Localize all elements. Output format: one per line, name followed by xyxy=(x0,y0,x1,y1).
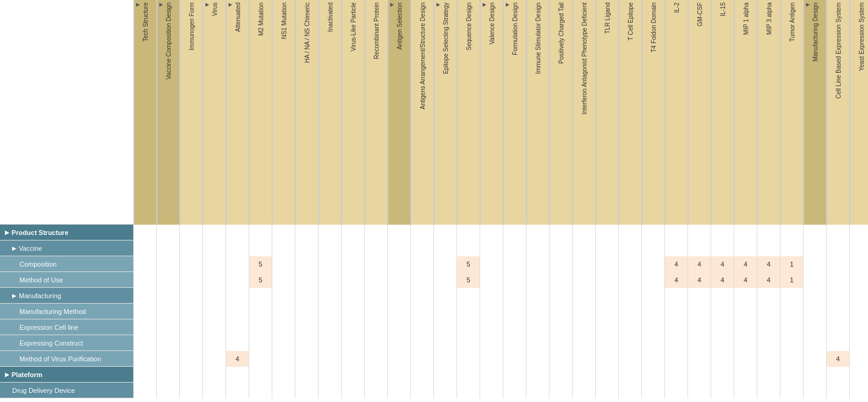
col-arrow-valence_design[interactable]: ▶ xyxy=(483,2,486,7)
row-header-product_structure[interactable]: ▶Product Structure xyxy=(0,225,134,240)
col-arrow-tech_structure[interactable]: ▶ xyxy=(136,2,140,7)
col-header-immune_stimulator: Immune Stimulator Design xyxy=(526,0,549,225)
col-arrow-manufacturing_design[interactable]: ▶ xyxy=(806,2,810,7)
col-header-tlr_ligand: TLR Ligand xyxy=(596,0,619,225)
cell-expression_cell_line-ns1_mutation xyxy=(272,319,295,335)
cell-composition-mip1_alpha: 4 xyxy=(734,256,757,272)
cell-vaccine-virus xyxy=(203,240,226,256)
col-header-text-attenuated: Attenuated xyxy=(235,2,241,34)
cell-product_structure-inactivated xyxy=(319,225,342,240)
col-header-text-manufacturing_design: Manufacturing Design xyxy=(812,2,819,64)
cell-method_virus_purification-vaccine_composition xyxy=(157,351,180,367)
data-row-manufacturing xyxy=(134,288,868,304)
cell-vaccine-yeast_expression xyxy=(850,240,868,256)
cell-expression_cell_line-mip1_alpha xyxy=(734,319,757,335)
row-header-vaccine[interactable]: ▶Vaccine xyxy=(0,240,134,256)
cell-plateform-antigens_arrangement xyxy=(411,367,434,383)
cell-method_virus_purification-formulation_design xyxy=(503,351,526,367)
cell-method_of_use-inactivated xyxy=(319,272,342,288)
cell-manufacturing-m2_mutation xyxy=(249,288,272,304)
cell-vaccine-attenuated xyxy=(226,240,249,256)
cell-method_virus_purification-epitope_selecting xyxy=(434,351,457,367)
col-arrow-epitope_selecting[interactable]: ▶ xyxy=(436,2,440,7)
col-header-vaccine_composition: ▶Vaccine Composition Design xyxy=(157,0,180,225)
cell-expression_cell_line-cell_line xyxy=(827,319,850,335)
cell-expression_cell_line-ha_na_ns xyxy=(295,319,319,335)
cell-method_virus_purification-immunogen_form xyxy=(180,351,203,367)
row-label-vaccine: Vaccine xyxy=(19,245,42,252)
cell-expression_cell_line-t4_foldon xyxy=(642,319,665,335)
cell-manufacturing-mip1_alpha xyxy=(734,288,757,304)
data-row-method_of_use: 55444441 xyxy=(134,272,868,288)
cell-product_structure-t4_foldon xyxy=(642,225,665,240)
cell-vaccine-ha_na_ns xyxy=(295,240,319,256)
cell-drug_delivery-positively_charged xyxy=(549,383,573,398)
row-header-composition: Composition xyxy=(0,256,134,272)
cell-product_structure-il2 xyxy=(665,225,688,240)
row-arrow-product_structure[interactable]: ▶ xyxy=(5,230,9,236)
cell-expression_cell_line-yeast_expression xyxy=(850,319,868,335)
cell-expression_cell_line-vlp xyxy=(342,319,365,335)
cell-method_of_use-il15: 4 xyxy=(711,272,734,288)
cell-manufacturing_method-il15 xyxy=(711,304,734,319)
cell-vaccine-antigens_arrangement xyxy=(411,240,434,256)
col-arrow-vaccine_composition[interactable]: ▶ xyxy=(159,2,163,7)
cell-manufacturing_method-ns1_mutation xyxy=(272,304,295,319)
cell-expression_cell_line-positively_charged xyxy=(549,319,573,335)
cell-plateform-inactivated xyxy=(319,367,342,383)
col-header-il15: IL-15 xyxy=(711,0,734,225)
cell-composition-manufacturing_design xyxy=(804,256,827,272)
cell-expressing_construct-tech_structure xyxy=(134,335,157,351)
row-header-drug_delivery[interactable]: Drug Delivery Device xyxy=(0,383,134,398)
data-rows-container: 554444415544444144 xyxy=(134,225,868,398)
row-label-plateform: Plateform xyxy=(12,371,43,378)
cell-plateform-formulation_design xyxy=(503,367,526,383)
cell-method_virus_purification-antigen_selection xyxy=(388,351,411,367)
cell-manufacturing-interferon_antagonist xyxy=(573,288,596,304)
cell-expression_cell_line-interferon_antagonist xyxy=(573,319,596,335)
cell-composition-antigen_selection xyxy=(388,256,411,272)
cell-method_virus_purification-il15 xyxy=(711,351,734,367)
cell-plateform-t_cell_epitope xyxy=(619,367,642,383)
cell-composition-mip3_alpha: 4 xyxy=(757,256,780,272)
col-header-text-ns1_mutation: NS1 Mutation xyxy=(281,2,288,42)
cell-expression_cell_line-epitope_selecting xyxy=(434,319,457,335)
col-arrow-attenuated[interactable]: ▶ xyxy=(229,2,232,7)
cell-drug_delivery-ha_na_ns xyxy=(295,383,319,398)
cell-method_virus_purification-interferon_antagonist xyxy=(573,351,596,367)
col-arrow-antigen_selection[interactable]: ▶ xyxy=(390,2,394,7)
cell-product_structure-immune_stimulator xyxy=(526,225,549,240)
cell-drug_delivery-tech_structure xyxy=(134,383,157,398)
row-header-manufacturing[interactable]: ▶Manufacturing xyxy=(0,288,134,304)
cell-manufacturing-gm_csf xyxy=(688,288,711,304)
cell-manufacturing-cell_line xyxy=(827,288,850,304)
cell-expressing_construct-epitope_selecting xyxy=(434,335,457,351)
cell-method_of_use-vaccine_composition xyxy=(157,272,180,288)
cell-expressing_construct-ha_na_ns xyxy=(295,335,319,351)
cell-composition-t_cell_epitope xyxy=(619,256,642,272)
col-arrow-formulation_design[interactable]: ▶ xyxy=(506,2,509,7)
cell-vaccine-gm_csf xyxy=(688,240,711,256)
cell-method_virus_purification-virus xyxy=(203,351,226,367)
col-arrow-virus[interactable]: ▶ xyxy=(205,2,209,7)
col-header-text-sequence_design: Sequence Design xyxy=(466,2,472,53)
cell-product_structure-formulation_design xyxy=(503,225,526,240)
cell-method_of_use-sequence_design: 5 xyxy=(457,272,480,288)
col-header-text-antigens_arrangement: Antigens Arrangement/Structure Design xyxy=(419,2,426,112)
row-arrow-plateform[interactable]: ▶ xyxy=(5,372,9,378)
cell-plateform-il15 xyxy=(711,367,734,383)
row-header-plateform[interactable]: ▶Plateform xyxy=(0,367,134,383)
col-headers-area: ▶Tech Structure▶Vaccine Composition Desi… xyxy=(134,0,868,398)
row-arrow-vaccine[interactable]: ▶ xyxy=(12,245,16,251)
row-header-manufacturing_method: Manufacturing Method xyxy=(0,304,134,319)
row-arrow-manufacturing[interactable]: ▶ xyxy=(12,293,16,299)
cell-drug_delivery-formulation_design xyxy=(503,383,526,398)
cell-vaccine-t4_foldon xyxy=(642,240,665,256)
cell-product_structure-tlr_ligand xyxy=(596,225,619,240)
cell-product_structure-epitope_selecting xyxy=(434,225,457,240)
cell-method_virus_purification-tumor_antigen xyxy=(780,351,804,367)
cell-method_virus_purification-t4_foldon xyxy=(642,351,665,367)
cell-vaccine-ns1_mutation xyxy=(272,240,295,256)
cell-expressing_construct-il15 xyxy=(711,335,734,351)
cell-expressing_construct-recombinant_protein xyxy=(365,335,388,351)
